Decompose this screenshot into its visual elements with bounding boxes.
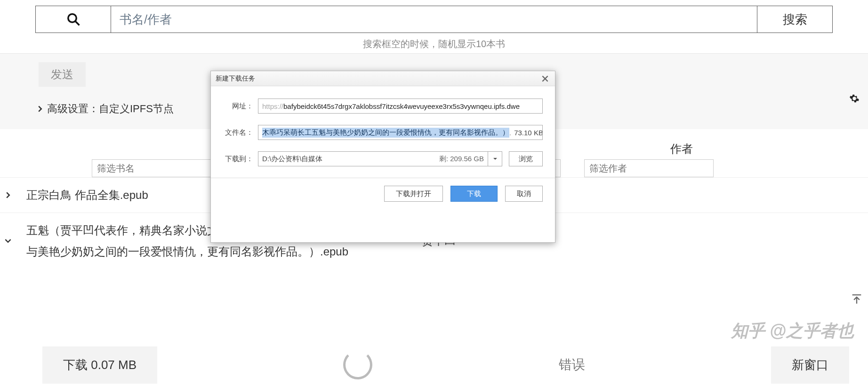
- dialog-titlebar: 新建下载任务: [211, 71, 555, 86]
- bottom-bar: 下载 0.07 MB 错误 新窗口: [0, 344, 868, 386]
- remaining-space: 剩: 209.56 GB: [439, 155, 484, 164]
- saveto-dropdown-icon[interactable]: [488, 151, 502, 166]
- chevron-right-icon: [5, 192, 24, 198]
- svg-line-1: [75, 21, 79, 25]
- watermark: 知乎 @之乎者也: [731, 320, 854, 343]
- download-and-open-button[interactable]: 下载并打开: [384, 186, 443, 202]
- label-filename: 文件名：: [223, 128, 253, 137]
- filter-author-input[interactable]: [584, 159, 714, 177]
- send-button[interactable]: 发送: [39, 62, 86, 87]
- new-window-button[interactable]: 新窗口: [771, 346, 849, 384]
- file-size: 73.10 KB: [514, 129, 543, 137]
- download-button[interactable]: 下载 0.07 MB: [42, 346, 157, 384]
- filename-field[interactable]: 木乖巧呆萌长工五魁与美艳少奶奶之间的一段爱恨情仇，更有同名影视作品。）.73.1…: [258, 125, 543, 140]
- browse-button[interactable]: 浏览: [509, 151, 543, 166]
- url-value: bafybeidck6t45s7drgx7aklobssf7itzcsk4wev…: [283, 102, 520, 110]
- search-button[interactable]: 搜索: [757, 6, 832, 33]
- download-confirm-button[interactable]: 下载: [450, 186, 498, 202]
- chevron-right-icon: [37, 106, 43, 112]
- dialog-title: 新建下载任务: [216, 74, 255, 83]
- error-label: 错误: [559, 356, 585, 374]
- download-dialog: 新建下载任务 网址： https://bafybeidck6t45s7drgx7…: [210, 71, 555, 243]
- save-path: D:\办公资料\自媒体: [262, 155, 322, 164]
- label-url: 网址：: [223, 102, 253, 111]
- url-field[interactable]: https://bafybeidck6t45s7drgx7aklobssf7it…: [258, 99, 543, 114]
- saveto-field[interactable]: D:\办公资料\自媒体 剩: 209.56 GB: [258, 151, 488, 166]
- search-input[interactable]: [111, 6, 757, 33]
- chevron-down-icon: [5, 238, 24, 244]
- gear-icon[interactable]: [849, 93, 860, 104]
- label-saveto: 下载到：: [223, 155, 253, 164]
- search-hint: 搜索框空的时候，随机显示10本书: [0, 38, 868, 50]
- filename-selected: 木乖巧呆萌长工五魁与美艳少奶奶之间的一段爱恨情仇，更有同名影视作品。）: [262, 128, 509, 138]
- advanced-label: 高级设置：自定义IPFS节点: [47, 102, 174, 116]
- url-scheme: https://: [262, 102, 283, 110]
- search-bar: 搜索: [35, 6, 833, 33]
- spinner-icon: [343, 350, 372, 379]
- cancel-button[interactable]: 取消: [505, 186, 543, 202]
- close-icon[interactable]: [540, 75, 550, 82]
- scroll-top-icon[interactable]: [850, 293, 863, 306]
- svg-point-0: [68, 14, 76, 23]
- search-icon: [36, 6, 111, 33]
